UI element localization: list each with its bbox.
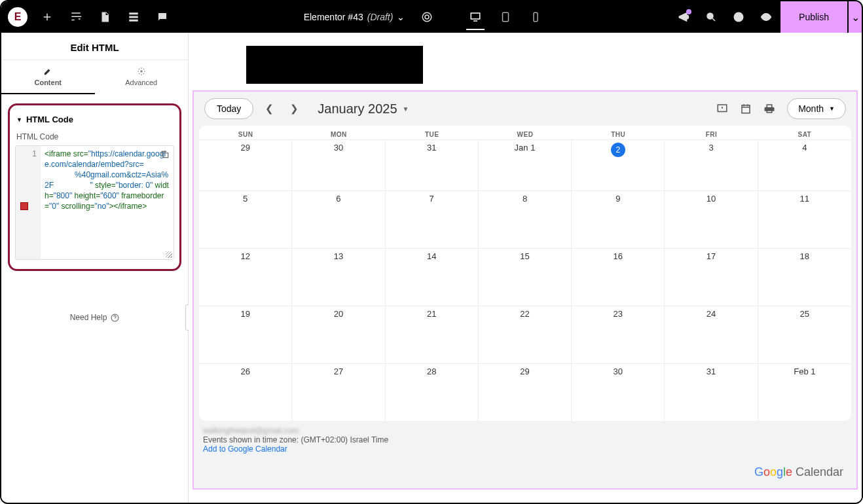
date-cell[interactable]: 4 — [758, 139, 851, 190]
code-gutter: 1 — [16, 146, 41, 259]
svg-point-5 — [765, 16, 768, 19]
dow-header: SAT — [758, 126, 851, 139]
view-selector-button[interactable]: Month▼ — [787, 98, 846, 119]
finder-search-icon[interactable] — [698, 4, 724, 30]
date-cell[interactable]: 22 — [479, 306, 572, 363]
date-cell[interactable]: 7 — [386, 190, 479, 248]
calendar-icon[interactable] — [740, 103, 752, 115]
copy-icon[interactable] — [160, 150, 170, 159]
svg-rect-7 — [164, 153, 168, 158]
resize-handle-icon[interactable] — [166, 251, 172, 258]
date-cell[interactable]: 8 — [479, 190, 572, 248]
date-cell[interactable]: 27 — [292, 363, 385, 421]
date-cell[interactable]: 31 — [665, 363, 758, 421]
date-cell[interactable]: 14 — [386, 248, 479, 306]
notes-icon[interactable] — [149, 4, 175, 30]
date-cell[interactable]: 15 — [479, 248, 572, 306]
date-cell[interactable]: 21 — [386, 306, 479, 363]
date-cell[interactable]: 6 — [292, 190, 385, 248]
document-icon[interactable] — [92, 4, 118, 30]
field-label: HTML Code — [15, 131, 174, 145]
dropdown-icon: ▼ — [403, 105, 409, 113]
doc-name: Elementor #43 — [304, 12, 363, 22]
document-title[interactable]: Elementor #43 (Draft) ⌄ — [304, 12, 405, 22]
dow-header: SUN — [199, 126, 292, 139]
panel-title: Edit HTML — [1, 33, 188, 60]
gear-icon — [137, 67, 146, 76]
date-cell[interactable]: 29 — [479, 363, 572, 421]
date-cell[interactable]: Jan 1 — [479, 139, 572, 190]
date-cell[interactable]: 12 — [199, 248, 292, 306]
date-cell[interactable]: 2 — [572, 139, 665, 190]
elementor-logo-icon[interactable]: E — [8, 7, 28, 27]
dow-header: THU — [572, 126, 665, 139]
svg-point-6 — [140, 70, 143, 73]
date-cell[interactable]: 23 — [572, 306, 665, 363]
section-header[interactable]: HTML Code — [15, 112, 174, 131]
html-code-editor[interactable]: 1 <iframe src="https://calendar.google.c… — [15, 145, 174, 260]
html-code-section: HTML Code HTML Code 1 <iframe src="https… — [8, 103, 181, 271]
tab-advanced[interactable]: Advanced — [95, 60, 189, 94]
structure-icon[interactable] — [120, 4, 147, 30]
chevron-down-icon: ⌄ — [397, 12, 405, 22]
tab-content[interactable]: Content — [1, 60, 95, 94]
date-cell[interactable]: 24 — [665, 306, 758, 363]
error-marker-icon — [20, 202, 28, 210]
month-label[interactable]: January 2025▼ — [318, 101, 409, 117]
help-circle-icon — [111, 314, 119, 322]
date-cell[interactable]: 18 — [758, 248, 851, 306]
date-cell[interactable]: 30 — [572, 363, 665, 421]
date-cell[interactable]: 19 — [199, 306, 292, 363]
next-month-icon[interactable]: ❯ — [285, 99, 303, 118]
dow-header: WED — [479, 126, 572, 139]
date-cell[interactable]: 28 — [386, 363, 479, 421]
date-cell[interactable]: 3 — [665, 139, 758, 190]
feedback-icon[interactable] — [716, 103, 728, 115]
date-cell[interactable]: 26 — [199, 363, 292, 421]
date-cell[interactable]: 17 — [665, 248, 758, 306]
device-mobile-icon[interactable] — [523, 4, 549, 30]
date-cell[interactable]: 11 — [758, 190, 851, 248]
calendar-grid: SUNMONTUEWEDTHUFRISAT 293031Jan 12345678… — [199, 126, 851, 421]
dow-header: FRI — [665, 126, 758, 139]
help-icon[interactable] — [725, 4, 752, 30]
top-toolbar: E Elementor #43 (Draft) ⌄ Publish ⌄ — [1, 1, 862, 33]
prev-month-icon[interactable]: ❮ — [260, 99, 278, 118]
calendar-footer: walkingtheland@gmail.com Events shown in… — [194, 421, 856, 460]
date-cell[interactable]: 31 — [386, 139, 479, 190]
whats-new-icon[interactable] — [670, 4, 697, 30]
footer-email: walkingtheland@gmail.com — [203, 426, 847, 435]
date-cell[interactable]: 9 — [572, 190, 665, 248]
add-to-calendar-link[interactable]: Add to Google Calendar — [203, 444, 287, 454]
publish-options-icon[interactable]: ⌄ — [849, 1, 862, 33]
date-cell[interactable]: 16 — [572, 248, 665, 306]
today-button[interactable]: Today — [204, 98, 253, 119]
date-cell[interactable]: 25 — [758, 306, 851, 363]
google-calendar-brand[interactable]: Google Calendar — [754, 465, 843, 479]
device-tablet-icon[interactable] — [492, 4, 519, 30]
dow-header: TUE — [386, 126, 479, 139]
date-cell[interactable]: 10 — [665, 190, 758, 248]
today-marker: 2 — [611, 143, 625, 157]
preview-icon[interactable] — [753, 4, 779, 30]
device-desktop-icon[interactable] — [462, 4, 488, 30]
date-cell[interactable]: 13 — [292, 248, 385, 306]
need-help-link[interactable]: Need Help — [1, 313, 188, 322]
pencil-icon — [43, 67, 52, 76]
site-settings-icon[interactable] — [63, 4, 89, 30]
date-cell[interactable]: 20 — [292, 306, 385, 363]
header-placeholder — [246, 46, 423, 84]
date-cell[interactable]: 30 — [292, 139, 385, 190]
doc-state: (Draft) — [367, 12, 394, 22]
code-content[interactable]: <iframe src="https://calendar.google.com… — [41, 146, 174, 259]
notification-dot-icon — [686, 9, 691, 14]
preview-canvas: Today ❮ ❯ January 2025▼ Month▼ SUNMONTUE… — [189, 33, 862, 503]
date-cell[interactable]: 29 — [199, 139, 292, 190]
date-cell[interactable]: Feb 1 — [758, 363, 851, 421]
add-element-icon[interactable] — [34, 4, 60, 30]
svg-rect-10 — [742, 105, 750, 113]
print-icon[interactable] — [763, 103, 775, 115]
publish-button[interactable]: Publish — [780, 1, 847, 33]
date-cell[interactable]: 5 — [199, 190, 292, 248]
page-settings-icon[interactable] — [414, 4, 440, 30]
